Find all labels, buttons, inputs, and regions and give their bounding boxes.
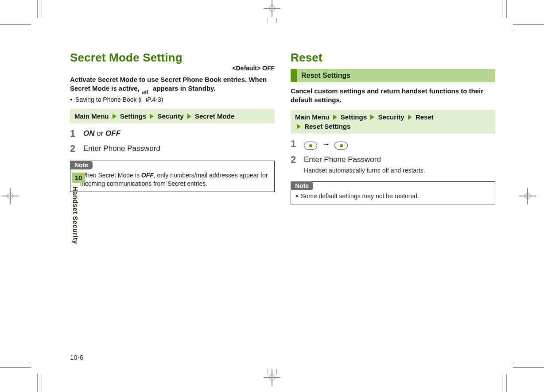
intro-reset: Cancel custom settings and return handse…	[291, 87, 495, 104]
bullet-ref: P.4-3)	[147, 96, 163, 103]
bullet-dot-icon: ●	[70, 96, 73, 104]
note-box: Note ● When Secret Mode is OFF, only num…	[70, 161, 275, 192]
cross-reference-icon	[140, 98, 147, 102]
secret-indicator-icon	[142, 85, 150, 89]
left-column: Secret Mode Setting <Default> OFF Activa…	[70, 51, 275, 204]
heading-reset: Reset	[291, 51, 495, 65]
step-1: 1 →	[291, 139, 495, 150]
nav-item: Reset Settings	[304, 123, 350, 130]
section-accent	[291, 69, 297, 82]
step-body: →	[304, 139, 348, 150]
step-number: 2	[70, 144, 78, 154]
chevron-right-icon	[333, 115, 337, 120]
step-2: 2 Enter Phone Password Handset automatic…	[291, 155, 495, 174]
intro-text-2: appears in Standby.	[153, 85, 215, 92]
nav-item: Security	[157, 112, 183, 120]
note-box: Note ● Some default settings may not be …	[291, 181, 495, 204]
note-label: Note	[291, 181, 313, 190]
nav-item: Secret Mode	[195, 112, 234, 120]
center-key-icon	[334, 142, 348, 150]
bullet-dot-icon: ●	[295, 192, 298, 200]
section-title: Reset Settings	[301, 72, 350, 80]
heading-secret-mode: Secret Mode Setting	[70, 51, 275, 65]
step-number: 1	[291, 139, 299, 149]
nav-item: Main Menu	[74, 112, 109, 120]
nav-item: Main Menu	[295, 113, 330, 121]
breadcrumb-secret: Main Menu Settings Security Secret Mode	[70, 109, 275, 123]
manual-page: 10 Handset Security Secret Mode Setting …	[44, 27, 500, 365]
step-body: Enter Phone Password	[83, 144, 160, 154]
step-number: 2	[291, 155, 299, 165]
nav-item: Reset	[416, 113, 434, 121]
chevron-right-icon	[113, 114, 117, 119]
nav-item: Security	[378, 113, 404, 121]
step-subtext: Handset automatically turns off and rest…	[304, 166, 425, 174]
chevron-right-icon	[408, 115, 412, 120]
chapter-tab: 10 Handset Security	[72, 173, 85, 244]
step-number: 1	[70, 129, 78, 138]
intro-secret: Activate Secret Mode to use Secret Phone…	[70, 75, 275, 93]
note-text: Some default settings may not be restore…	[301, 192, 419, 200]
chapter-title: Handset Security	[72, 186, 79, 244]
step-2: 2 Enter Phone Password	[70, 144, 275, 154]
default-tag: <Default> OFF	[70, 65, 275, 72]
step-body: Enter Phone Password Handset automatical…	[304, 155, 425, 174]
option-on: ON	[83, 129, 95, 138]
chevron-right-icon	[370, 115, 374, 120]
chapter-number: 10	[72, 173, 85, 183]
arrow-right-icon: →	[322, 139, 330, 150]
note-label: Note	[70, 161, 93, 169]
right-column: Reset Reset Settings Cancel custom setti…	[291, 51, 495, 204]
step-1: 1 ON or OFF	[70, 129, 275, 138]
nav-item: Settings	[120, 112, 146, 120]
chevron-right-icon	[187, 114, 191, 119]
nav-item: Settings	[341, 113, 367, 121]
section-bar: Reset Settings	[291, 69, 495, 82]
option-or: or	[95, 129, 106, 138]
bullet-text: Saving to Phone Book (	[75, 96, 140, 103]
note-text: When Secret Mode is OFF, only numbers/ma…	[80, 171, 270, 188]
option-off: OFF	[105, 129, 120, 138]
chevron-right-icon	[150, 114, 154, 119]
bullet-saving: ● Saving to Phone Book (P.4-3)	[70, 96, 275, 104]
page-number: 10-6	[70, 354, 83, 361]
chevron-right-icon	[297, 124, 301, 129]
step-body: ON or OFF	[83, 129, 120, 138]
center-key-icon	[304, 142, 317, 150]
breadcrumb-reset: Main Menu Settings Security Reset Reset …	[291, 110, 495, 134]
